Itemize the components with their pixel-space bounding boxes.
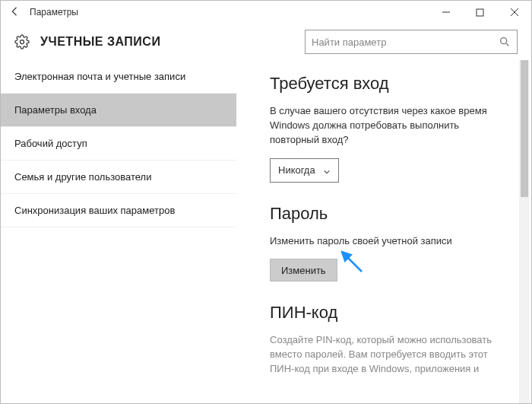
header: УЧЕТНЫЕ ЗАПИСИ <box>1 24 531 60</box>
select-value: Никогда <box>278 164 315 176</box>
change-password-button[interactable]: Изменить <box>270 259 337 282</box>
section-password: Пароль Изменить пароль своей учетной зап… <box>270 204 510 282</box>
back-button[interactable] <box>8 5 22 21</box>
section-desc-password: Изменить пароль своей учетной записи <box>270 234 498 249</box>
sidebar-item-family-users[interactable]: Семья и другие пользователи <box>1 161 236 194</box>
titlebar: Параметры <box>1 1 531 24</box>
require-signin-select[interactable]: Никогда <box>270 158 339 183</box>
search-input[interactable] <box>312 37 499 48</box>
sidebar: Электронная почта и учетные записи Парам… <box>1 60 236 403</box>
svg-point-4 <box>21 40 24 44</box>
section-require-signin: Требуется вход В случае вашего отсутстви… <box>270 74 510 183</box>
sidebar-item-email-accounts[interactable]: Электронная почта и учетные записи <box>1 60 236 94</box>
search-icon <box>499 36 511 48</box>
close-button[interactable] <box>497 1 531 24</box>
scrollbar-thumb[interactable] <box>521 60 528 197</box>
sidebar-item-sync-settings[interactable]: Синхронизация ваших параметров <box>1 194 236 227</box>
section-pin: ПИН-код Создайте PIN-код, который можно … <box>270 303 510 377</box>
minimize-button[interactable] <box>429 1 463 24</box>
svg-rect-1 <box>477 9 483 16</box>
chevron-down-icon <box>323 167 331 174</box>
settings-window: Параметры УЧЕТНЫЕ ЗАПИСИ <box>0 0 532 404</box>
page-title: УЧЕТНЫЕ ЗАПИСИ <box>40 35 160 49</box>
gear-icon <box>14 34 30 49</box>
section-title-pin: ПИН-код <box>270 303 510 323</box>
section-desc-pin: Создайте PIN-код, который можно использо… <box>270 333 498 377</box>
svg-point-5 <box>501 38 507 44</box>
sidebar-item-work-access[interactable]: Рабочий доступ <box>1 127 236 161</box>
vertical-scrollbar[interactable] <box>519 60 530 403</box>
section-title-password: Пароль <box>270 204 510 224</box>
section-title-signin: Требуется вход <box>270 74 510 94</box>
svg-line-6 <box>506 43 508 46</box>
content-pane: Требуется вход В случае вашего отсутстви… <box>236 60 531 403</box>
window-title: Параметры <box>30 7 78 17</box>
body: Электронная почта и учетные записи Парам… <box>1 60 531 403</box>
section-desc-signin: В случае вашего отсутствия через какое в… <box>270 104 498 148</box>
maximize-button[interactable] <box>463 1 497 24</box>
window-controls <box>429 1 531 24</box>
search-box[interactable] <box>305 30 518 54</box>
sidebar-item-signin-options[interactable]: Параметры входа <box>1 94 236 127</box>
